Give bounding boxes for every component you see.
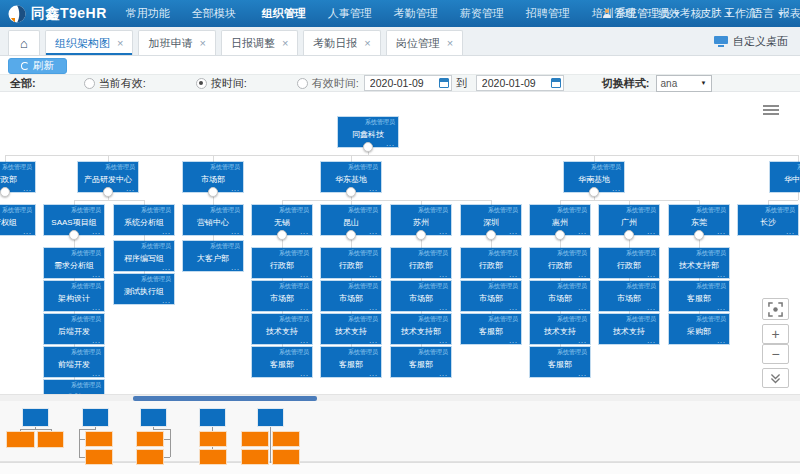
collapse-toggle[interactable] — [69, 230, 79, 240]
node-more-icon[interactable]: ... — [717, 228, 726, 235]
refresh-button[interactable]: 刷新 — [8, 58, 67, 74]
node-more-icon[interactable]: ... — [300, 337, 309, 344]
user-menu[interactable]: 系统管理员 — [594, 6, 688, 21]
node-more-icon[interactable]: ... — [23, 228, 32, 235]
node-more-icon[interactable]: ... — [92, 370, 101, 377]
nav-item-5[interactable]: 薪资管理 — [449, 0, 515, 27]
node-more-icon[interactable]: ... — [578, 228, 587, 235]
node-more-icon[interactable]: ... — [92, 228, 101, 235]
node-more-icon[interactable]: ... — [386, 140, 395, 147]
home-tab[interactable]: ⌂ — [8, 30, 40, 55]
zoom-in-button[interactable]: + — [762, 324, 789, 344]
org-node[interactable]: 系统管理员客服部... — [530, 347, 590, 377]
node-more-icon[interactable]: ... — [578, 271, 587, 278]
org-node[interactable]: 系统管理员客服部... — [669, 281, 729, 311]
org-node[interactable]: 系统管理员后端开发... — [44, 314, 104, 344]
org-node[interactable]: 系统管理员采购部... — [669, 314, 729, 344]
org-node[interactable]: 系统管理员行政部... — [599, 248, 659, 278]
org-node[interactable]: 系统管理员客服部... — [461, 314, 521, 344]
collapse-all-button[interactable] — [762, 368, 789, 388]
chart-menu-icon[interactable] — [763, 105, 779, 117]
node-more-icon[interactable]: ... — [231, 228, 240, 235]
filter-valid-time[interactable]: 有效时间: — [297, 76, 359, 91]
org-node[interactable]: 系统管理员客服部... — [252, 347, 312, 377]
nav-item-3[interactable]: 人事管理 — [317, 0, 383, 27]
org-node[interactable]: 系统管理员行政部... — [252, 248, 312, 278]
node-more-icon[interactable]: ... — [369, 304, 378, 311]
node-more-icon[interactable]: ... — [439, 228, 448, 235]
style-preview-left-bracket[interactable] — [75, 401, 120, 462]
org-node[interactable]: 系统管理员营销中心... — [183, 205, 243, 235]
tab-0[interactable]: 组织架构图× — [45, 30, 133, 55]
center-view-button[interactable] — [762, 298, 789, 320]
node-more-icon[interactable]: ... — [369, 370, 378, 377]
org-node[interactable]: 系统管理员行政部... — [461, 248, 521, 278]
org-node[interactable]: 系统管理员技术支持部... — [669, 248, 729, 278]
node-more-icon[interactable]: ... — [612, 185, 621, 192]
node-more-icon[interactable]: ... — [439, 304, 448, 311]
node-more-icon[interactable]: ... — [369, 337, 378, 344]
org-node[interactable]: 系统管理员技术支持... — [530, 314, 590, 344]
radio-icon[interactable] — [297, 78, 308, 89]
collapse-toggle[interactable] — [624, 230, 634, 240]
language-menu[interactable]: 语言 — [744, 6, 792, 21]
style-preview-grid[interactable] — [238, 401, 303, 462]
node-more-icon[interactable]: ... — [92, 304, 101, 311]
collapse-toggle[interactable] — [103, 187, 113, 197]
org-node[interactable]: 系统管理员市场部... — [391, 281, 451, 311]
close-icon[interactable]: × — [447, 37, 453, 49]
collapse-toggle[interactable] — [277, 230, 287, 240]
filter-by-time[interactable]: 按时间: — [196, 76, 247, 91]
node-more-icon[interactable]: ... — [231, 264, 240, 271]
close-icon[interactable]: × — [364, 37, 370, 49]
tab-2[interactable]: 日报调整× — [221, 30, 298, 55]
radio-icon[interactable] — [84, 78, 95, 89]
node-more-icon[interactable]: ... — [162, 228, 171, 235]
calendar-icon[interactable] — [551, 78, 561, 88]
collapse-toggle[interactable] — [363, 142, 373, 152]
org-node[interactable]: 系统管理员市场部... — [461, 281, 521, 311]
nav-item-4[interactable]: 考勤管理 — [383, 0, 449, 27]
node-more-icon[interactable]: ... — [509, 228, 518, 235]
org-node[interactable]: 系统管理员架构设计... — [44, 281, 104, 311]
org-node[interactable]: 系统管理员华中基地... — [770, 162, 800, 192]
org-node[interactable]: 系统管理员测试组... — [44, 380, 104, 394]
collapse-toggle[interactable] — [208, 187, 218, 197]
skin-menu[interactable]: 皮肤 — [692, 6, 740, 21]
node-more-icon[interactable]: ... — [647, 337, 656, 344]
org-node[interactable]: 系统管理员市场部... — [252, 281, 312, 311]
node-more-icon[interactable]: ... — [231, 185, 240, 192]
node-more-icon[interactable]: ... — [509, 337, 518, 344]
node-more-icon[interactable]: ... — [717, 271, 726, 278]
app-logo[interactable]: 同鑫T9eHR — [0, 5, 115, 23]
node-more-icon[interactable]: ... — [786, 228, 795, 235]
filter-current-valid[interactable]: 当前有效: — [84, 76, 146, 91]
node-more-icon[interactable]: ... — [92, 337, 101, 344]
org-node[interactable]: 系统管理员系统分析组... — [114, 205, 174, 235]
nav-item-2[interactable]: 组织管理 — [251, 0, 317, 27]
collapse-toggle[interactable] — [486, 230, 496, 240]
org-node[interactable]: 系统管理员程序编写组... — [114, 241, 174, 271]
org-node[interactable]: 系统管理员大客户部... — [183, 241, 243, 271]
node-more-icon[interactable]: ... — [509, 304, 518, 311]
org-node[interactable]: 系统管理员长沙... — [738, 205, 798, 235]
collapse-toggle[interactable] — [589, 187, 599, 197]
org-node[interactable]: 系统管理员技术支持... — [321, 314, 381, 344]
tab-1[interactable]: 加班申请× — [138, 30, 215, 55]
node-more-icon[interactable]: ... — [300, 370, 309, 377]
node-more-icon[interactable]: ... — [509, 271, 518, 278]
style-preview-right-bracket[interactable] — [130, 401, 175, 462]
close-icon[interactable]: × — [199, 37, 205, 49]
collapse-toggle[interactable] — [416, 230, 426, 240]
close-icon[interactable]: × — [117, 37, 123, 49]
node-more-icon[interactable]: ... — [578, 304, 587, 311]
radio-icon[interactable] — [196, 78, 207, 89]
custom-desktop-button[interactable]: 自定义桌面 — [714, 34, 788, 55]
node-more-icon[interactable]: ... — [162, 297, 171, 304]
tab-3[interactable]: 考勤日报× — [303, 30, 380, 55]
nav-item-0[interactable]: 常用功能 — [115, 0, 181, 27]
style-select[interactable]: ana ▼ — [656, 75, 712, 92]
collapse-toggle[interactable] — [346, 230, 356, 240]
style-preview-vertical-center[interactable] — [190, 401, 235, 462]
org-node[interactable]: 系统管理员技术支持... — [599, 314, 659, 344]
